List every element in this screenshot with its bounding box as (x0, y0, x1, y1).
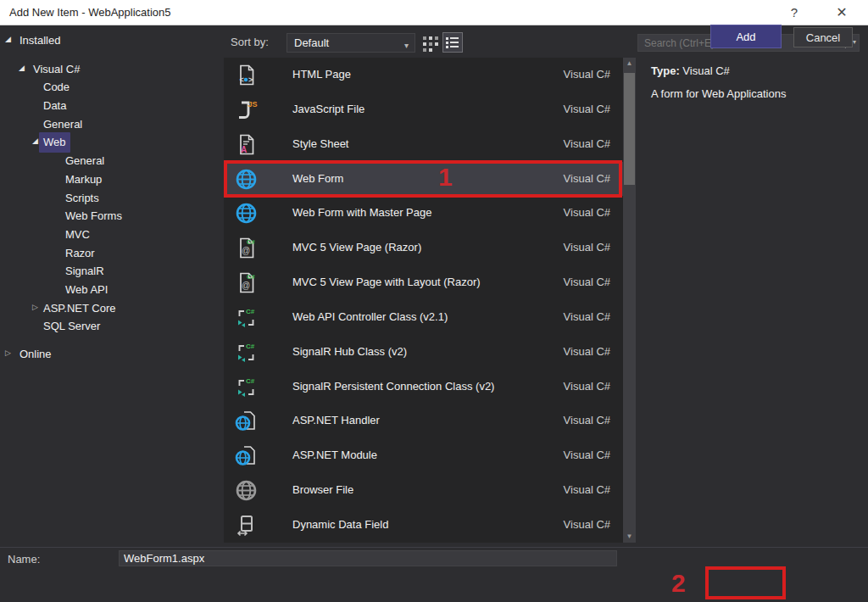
svg-text:@: @ (242, 281, 250, 290)
globe-doc-icon (235, 444, 258, 467)
title-bar: Add New Item - WebApplication5 ? ✕ (0, 0, 868, 25)
list-scrollbar[interactable]: ▲ ▼ (623, 58, 636, 543)
help-button[interactable]: ? (780, 3, 809, 22)
template-language: Visual C# (564, 103, 610, 115)
template-name: ASP.NET Module (292, 449, 377, 461)
tree-item-label: Visual C# (29, 59, 84, 80)
list-icon (446, 36, 459, 49)
tree-item-data[interactable]: Data (0, 96, 222, 114)
template-name: Browser File (292, 483, 353, 496)
list-item-asp-net-handler[interactable]: ASP.NET HandlerVisual C# (224, 404, 636, 438)
list-item-web-form[interactable]: Web FormVisual C# (224, 162, 636, 197)
list-item-dynamic-data-field[interactable]: Dynamic Data FieldVisual C# (224, 508, 636, 543)
list-item-signalr-persistent-connection-class-v2-[interactable]: C#SignalR Persistent Connection Class (v… (224, 370, 636, 404)
sort-dropdown[interactable]: Default ▾ (287, 33, 415, 53)
svg-text:C#: C# (246, 342, 255, 349)
template-name: MVC 5 View Page (Razor) (292, 241, 421, 254)
chevron-right-icon[interactable]: ▷ (5, 344, 11, 363)
svg-text:C#: C# (247, 273, 255, 281)
tree-item-label: MVC (61, 225, 94, 245)
sort-value: Default (294, 36, 329, 49)
scroll-down-icon[interactable]: ▼ (623, 531, 636, 543)
tree-item-label: Online (15, 344, 56, 365)
list-item-mvc-5-view-page-razor-[interactable]: @C#MVC 5 View Page (Razor)Visual C# (224, 231, 636, 265)
tree-item-visual-c-[interactable]: ◢Visual C# (0, 59, 222, 78)
template-language: Visual C# (564, 310, 610, 323)
grid-icon (423, 36, 438, 52)
tree-item-general[interactable]: General (0, 114, 222, 133)
template-language: Visual C# (564, 137, 610, 150)
razor-page-icon: @C# (235, 237, 258, 259)
tree-item-label: SignalR (61, 261, 108, 281)
tree-item-asp-net-core[interactable]: ▷ASP.NET Core (0, 298, 222, 317)
tree-item-label: Data (39, 96, 70, 116)
tree-item-web[interactable]: ◢Web (0, 132, 222, 151)
scroll-up-icon[interactable]: ▲ (623, 58, 636, 70)
template-name: ASP.NET Handler (292, 414, 380, 426)
svg-text:C#: C# (246, 307, 255, 315)
tree-item-razor[interactable]: Razor (0, 243, 222, 262)
svg-text:A: A (241, 145, 247, 154)
template-language: Visual C# (564, 241, 610, 254)
svg-text:@: @ (242, 246, 250, 255)
template-language: Visual C# (564, 345, 610, 358)
scrollbar-thumb[interactable] (624, 73, 635, 185)
template-list: <>HTML PageVisual C#JSJavaScript FileVis… (224, 58, 636, 543)
list-item-html-page[interactable]: <>HTML PageVisual C# (224, 58, 636, 92)
chevron-expanded-icon[interactable]: ◢ (19, 59, 25, 78)
template-name: MVC 5 View Page with Layout (Razor) (292, 276, 481, 288)
template-name: Dynamic Data Field (292, 518, 388, 531)
name-input[interactable] (119, 550, 617, 566)
chevron-right-icon[interactable]: ▷ (32, 298, 38, 317)
tree-item-online[interactable]: ▷Online (0, 344, 222, 363)
tree-item-mvc[interactable]: MVC (0, 225, 222, 243)
add-new-item-dialog: Add New Item - WebApplication5 ? ✕ ◢Inst… (0, 0, 868, 602)
chevron-down-icon: ▾ (404, 36, 409, 54)
tree-item-markup[interactable]: Markup (0, 170, 222, 188)
list-item-web-api-controller-class-v2-1-[interactable]: C#Web API Controller Class (v2.1)Visual … (224, 300, 636, 335)
list-item-style-sheet[interactable]: AStyle SheetVisual C# (224, 127, 636, 162)
tree-item-sql-server[interactable]: SQL Server (0, 316, 222, 335)
chevron-expanded-icon[interactable]: ◢ (32, 132, 38, 151)
chevron-expanded-icon[interactable]: ◢ (5, 31, 11, 49)
svg-text:>: > (248, 75, 253, 84)
tree-item-web-forms[interactable]: Web Forms (0, 206, 222, 225)
list-view-button[interactable] (442, 32, 463, 53)
tree-item-signalr[interactable]: SignalR (0, 261, 222, 280)
list-item-browser-file[interactable]: Browser FileVisual C# (224, 473, 636, 508)
javascript-file-icon: JS (235, 98, 258, 121)
list-item-javascript-file[interactable]: JSJavaScript FileVisual C# (224, 92, 636, 127)
tree-item-label: Code (39, 77, 74, 98)
tree-item-label: Web (39, 132, 70, 153)
tree-item-code[interactable]: Code (0, 77, 222, 96)
small-icons-view-button[interactable] (420, 34, 441, 54)
svg-text:C#: C# (246, 376, 255, 384)
tree-item-label: Razor (61, 243, 99, 264)
tree-item-installed[interactable]: ◢Installed (0, 31, 222, 49)
tree-item-label: Web Forms (61, 206, 126, 226)
globe-icon (235, 168, 258, 191)
template-name: SignalR Hub Class (v2) (292, 345, 407, 358)
list-item-asp-net-module[interactable]: ASP.NET ModuleVisual C# (224, 438, 636, 473)
svg-text:<: < (240, 75, 244, 84)
tree-item-scripts[interactable]: Scripts (0, 188, 222, 207)
tree-item-label: General (61, 151, 108, 171)
tree-item-label: Scripts (61, 188, 103, 209)
template-name: Style Sheet (292, 137, 349, 150)
razor-page-icon: @C# (235, 271, 258, 294)
sort-bar: Sort by: Default ▾ (222, 32, 637, 54)
list-item-mvc-5-view-page-with-layout-razor-[interactable]: @C#MVC 5 View Page with Layout (Razor)Vi… (224, 265, 636, 300)
footer-bar: Name: (0, 547, 868, 602)
list-item-signalr-hub-class-v2-[interactable]: C#SignalR Hub Class (v2)Visual C# (224, 335, 636, 370)
list-item-web-form-with-master-page[interactable]: Web Form with Master PageVisual C# (224, 196, 636, 231)
tree-item-general[interactable]: General (0, 151, 222, 170)
add-button[interactable]: Add (710, 25, 782, 48)
globe-gray-icon (235, 479, 258, 502)
cancel-button[interactable]: Cancel (793, 27, 853, 47)
tree-item-web-api[interactable]: Web API (0, 280, 222, 298)
template-language: Visual C# (564, 68, 610, 81)
template-description: A form for Web Applications (651, 87, 786, 100)
template-language: Visual C# (564, 518, 610, 531)
chevron-down-icon: ▾ (853, 38, 856, 46)
close-icon[interactable]: ✕ (827, 3, 856, 22)
